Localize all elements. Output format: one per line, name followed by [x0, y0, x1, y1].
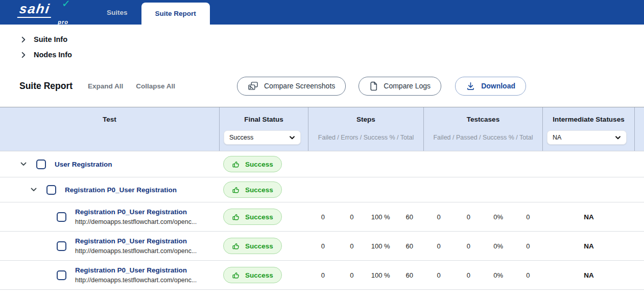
chevron-down-icon [289, 134, 296, 141]
status-badge: Success [223, 267, 282, 283]
steps-column-sublabel: Failed / Errors / Success % / Total [318, 134, 414, 145]
suite-report-table: Test Final Status Success Steps Failed /… [0, 107, 644, 290]
download-label: Download [481, 82, 515, 90]
column-testcases: Testcases Failed / Passed / Success % / … [424, 107, 543, 151]
tab-suite-report[interactable]: Suite Report [141, 3, 210, 25]
thumbs-up-icon [232, 213, 241, 221]
column-final-status: Final Status Success [220, 107, 308, 151]
thumbs-up-icon [232, 271, 241, 280]
thumbs-up-icon [232, 242, 241, 251]
status-badge-label: Success [245, 161, 273, 168]
suite-info-expander[interactable]: Suite Info [19, 32, 644, 47]
steps-errors: 0 [338, 271, 367, 279]
column-steps: Steps Failed / Errors / Success % / Tota… [308, 107, 424, 151]
testcases-passed: 0 [454, 242, 483, 250]
compare-screenshots-label: Compare Screenshots [264, 82, 335, 90]
row-collapse-chevron-down-icon[interactable] [19, 160, 28, 168]
testcases-failed: 0 [424, 213, 454, 221]
steps-errors: 0 [338, 213, 367, 221]
test-link[interactable]: Registration P0_User Registration [75, 208, 197, 216]
status-badge: Success [223, 181, 282, 198]
steps-errors: 0 [338, 242, 367, 250]
scenario-link[interactable]: Registration P0_User Registration [65, 186, 177, 194]
testcases-success-pct: 0% [484, 213, 513, 221]
table-row: Registration P0_User Registration http:/… [0, 202, 644, 232]
column-test: Test [0, 107, 220, 151]
final-status-column-label: Final Status [244, 116, 283, 123]
test-url: http://demoapps.testflowchart.com/openc.… [75, 277, 197, 284]
row-checkbox[interactable] [57, 270, 66, 280]
screenshots-icon [248, 81, 258, 91]
final-status-filter-value: Success [229, 134, 253, 141]
logo-checkmark-icon: ✓ [62, 0, 71, 10]
steps-total: 60 [395, 213, 424, 221]
steps-total: 60 [395, 271, 424, 279]
status-badge: Success [223, 238, 282, 254]
suite-info-label: Suite Info [34, 35, 67, 43]
table-row: Registration P0_User Registration Succes… [0, 177, 644, 202]
intermediate-filter-select[interactable]: NA [547, 130, 627, 145]
page-title: Suite Report [19, 81, 73, 92]
status-badge: Success [223, 156, 282, 172]
final-status-filter-select[interactable]: Success [224, 130, 301, 145]
intermediate-status-value: NA [584, 271, 594, 279]
table-row: User Registration Success [0, 151, 644, 177]
logo-text: sahi [17, 1, 54, 18]
test-link[interactable]: Registration P0_User Registration [75, 237, 197, 245]
report-toolbar: Suite Report Expand All Collapse All Com… [0, 72, 644, 100]
download-icon [466, 81, 475, 91]
status-badge: Success [223, 209, 282, 225]
row-checkbox[interactable] [57, 212, 66, 222]
sahi-pro-logo: sahi ✓ pro [18, 1, 71, 21]
tab-suites[interactable]: Suites [93, 0, 141, 25]
collapse-all-link[interactable]: Collapse All [136, 82, 175, 90]
intermediate-filter-value: NA [553, 134, 561, 141]
table-header: Test Final Status Success Steps Failed /… [0, 107, 644, 151]
steps-failed: 0 [308, 242, 338, 250]
file-icon [369, 81, 378, 91]
table-row: Registration P0_User Registration http:/… [0, 232, 644, 261]
testcases-failed: 0 [424, 242, 454, 250]
intermediate-status-value: NA [584, 242, 594, 250]
steps-success-pct: 100 % [366, 271, 395, 279]
thumbs-up-icon [232, 160, 241, 169]
testcases-passed: 0 [454, 213, 483, 221]
table-row: Registration P0_User Registration http:/… [0, 261, 644, 290]
column-spacer [635, 107, 644, 151]
chevron-down-icon [614, 134, 622, 141]
download-button[interactable]: Download [455, 77, 526, 96]
testcases-success-pct: 0% [484, 242, 513, 250]
status-badge-label: Success [245, 242, 273, 250]
steps-column-label: Steps [356, 116, 375, 123]
row-checkbox[interactable] [46, 185, 56, 195]
column-intermediate-statuses: Intermediate Statuses NA [543, 107, 635, 151]
chevron-right-icon [19, 51, 27, 59]
thumbs-up-icon [232, 186, 241, 194]
steps-total: 60 [395, 242, 424, 250]
testcases-total: 0 [513, 242, 543, 250]
steps-failed: 0 [308, 213, 338, 221]
row-checkbox[interactable] [36, 160, 46, 169]
suite-report-page: sahi ✓ pro Suites Suite Report Suite Inf… [0, 0, 644, 296]
test-link[interactable]: Registration P0_User Registration [75, 266, 197, 274]
status-badge-label: Success [245, 271, 273, 279]
expand-all-link[interactable]: Expand All [88, 82, 123, 90]
intermediate-status-value: NA [584, 213, 594, 221]
test-url: http://demoapps.testflowchart.com/openc.… [75, 247, 197, 255]
testcases-column-label: Testcases [467, 116, 499, 123]
nodes-info-label: Nodes Info [34, 51, 72, 59]
nodes-info-expander[interactable]: Nodes Info [19, 47, 644, 62]
steps-success-pct: 100 % [366, 242, 395, 250]
row-collapse-chevron-down-icon[interactable] [30, 186, 38, 194]
intermediate-column-label: Intermediate Statuses [553, 116, 624, 123]
compare-logs-button[interactable]: Compare Logs [359, 77, 441, 96]
steps-failed: 0 [308, 271, 338, 279]
status-badge-label: Success [245, 186, 273, 194]
logo-sub-text: pro [58, 19, 68, 25]
suite-link[interactable]: User Registration [55, 161, 112, 168]
row-checkbox[interactable] [57, 241, 66, 251]
testcases-failed: 0 [424, 271, 454, 279]
chevron-right-icon [19, 36, 27, 43]
testcases-passed: 0 [454, 271, 483, 279]
compare-screenshots-button[interactable]: Compare Screenshots [237, 77, 346, 96]
